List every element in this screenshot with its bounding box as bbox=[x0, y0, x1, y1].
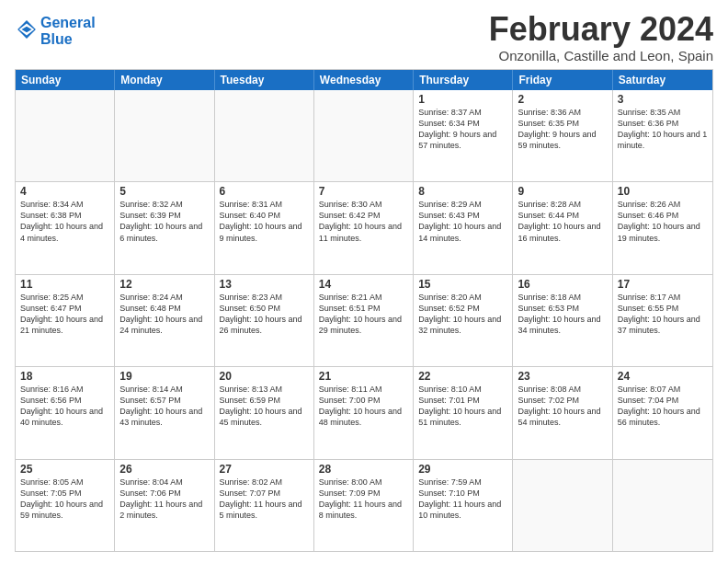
day-number: 2 bbox=[518, 93, 607, 106]
day-number: 19 bbox=[119, 370, 209, 383]
day-info: Sunrise: 8:21 AM Sunset: 6:51 PM Dayligh… bbox=[319, 292, 408, 337]
day-number: 29 bbox=[418, 463, 507, 476]
header-thursday: Thursday bbox=[414, 70, 513, 90]
day-info: Sunrise: 8:20 AM Sunset: 6:52 PM Dayligh… bbox=[418, 292, 507, 337]
calendar: Sunday Monday Tuesday Wednesday Thursday… bbox=[15, 69, 713, 552]
day-number: 22 bbox=[418, 370, 507, 383]
header: General Blue February 2024 Onzonilla, Ca… bbox=[15, 11, 713, 63]
table-row: 19Sunrise: 8:14 AM Sunset: 6:57 PM Dayli… bbox=[115, 367, 214, 458]
day-info: Sunrise: 8:32 AM Sunset: 6:39 PM Dayligh… bbox=[119, 199, 209, 244]
day-number: 16 bbox=[518, 278, 607, 291]
day-info: Sunrise: 8:00 AM Sunset: 7:09 PM Dayligh… bbox=[319, 477, 408, 522]
table-row bbox=[16, 90, 115, 181]
table-row: 11Sunrise: 8:25 AM Sunset: 6:47 PM Dayli… bbox=[16, 275, 115, 366]
table-row bbox=[613, 460, 712, 551]
day-info: Sunrise: 8:28 AM Sunset: 6:44 PM Dayligh… bbox=[518, 199, 607, 244]
day-info: Sunrise: 8:36 AM Sunset: 6:35 PM Dayligh… bbox=[518, 107, 607, 152]
day-info: Sunrise: 8:30 AM Sunset: 6:42 PM Dayligh… bbox=[319, 199, 408, 244]
day-number: 24 bbox=[618, 370, 708, 383]
table-row: 6Sunrise: 8:31 AM Sunset: 6:40 PM Daylig… bbox=[215, 182, 314, 273]
month-title: February 2024 bbox=[489, 11, 713, 48]
logo-icon bbox=[17, 19, 37, 40]
logo: General Blue bbox=[15, 15, 96, 47]
table-row: 18Sunrise: 8:16 AM Sunset: 6:56 PM Dayli… bbox=[16, 367, 115, 458]
table-row: 23Sunrise: 8:08 AM Sunset: 7:02 PM Dayli… bbox=[513, 367, 612, 458]
day-info: Sunrise: 8:10 AM Sunset: 7:01 PM Dayligh… bbox=[418, 384, 507, 429]
week-row-3: 18Sunrise: 8:16 AM Sunset: 6:56 PM Dayli… bbox=[16, 366, 712, 458]
day-number: 3 bbox=[618, 93, 708, 106]
table-row: 1Sunrise: 8:37 AM Sunset: 6:34 PM Daylig… bbox=[414, 90, 513, 181]
day-number: 11 bbox=[20, 278, 109, 291]
day-info: Sunrise: 8:29 AM Sunset: 6:43 PM Dayligh… bbox=[418, 199, 507, 244]
day-number: 13 bbox=[220, 278, 309, 291]
day-number: 20 bbox=[220, 370, 309, 383]
day-number: 10 bbox=[618, 185, 708, 198]
day-number: 17 bbox=[618, 278, 708, 291]
day-number: 8 bbox=[418, 185, 507, 198]
day-info: Sunrise: 8:05 AM Sunset: 7:05 PM Dayligh… bbox=[20, 477, 109, 522]
day-number: 7 bbox=[319, 185, 408, 198]
day-number: 18 bbox=[20, 370, 109, 383]
table-row: 25Sunrise: 8:05 AM Sunset: 7:05 PM Dayli… bbox=[16, 460, 115, 551]
day-info: Sunrise: 8:26 AM Sunset: 6:46 PM Dayligh… bbox=[618, 199, 708, 244]
table-row bbox=[314, 90, 414, 181]
day-info: Sunrise: 8:23 AM Sunset: 6:50 PM Dayligh… bbox=[220, 292, 309, 337]
day-info: Sunrise: 8:34 AM Sunset: 6:38 PM Dayligh… bbox=[20, 199, 109, 244]
day-info: Sunrise: 8:35 AM Sunset: 6:36 PM Dayligh… bbox=[618, 107, 708, 152]
table-row: 3Sunrise: 8:35 AM Sunset: 6:36 PM Daylig… bbox=[613, 90, 712, 181]
day-info: Sunrise: 7:59 AM Sunset: 7:10 PM Dayligh… bbox=[418, 477, 507, 522]
day-number: 27 bbox=[220, 463, 309, 476]
table-row bbox=[513, 460, 612, 551]
table-row: 5Sunrise: 8:32 AM Sunset: 6:39 PM Daylig… bbox=[115, 182, 214, 273]
week-row-0: 1Sunrise: 8:37 AM Sunset: 6:34 PM Daylig… bbox=[16, 90, 712, 181]
day-info: Sunrise: 8:08 AM Sunset: 7:02 PM Dayligh… bbox=[518, 384, 607, 429]
day-info: Sunrise: 8:13 AM Sunset: 6:59 PM Dayligh… bbox=[220, 384, 309, 429]
header-saturday: Saturday bbox=[613, 70, 712, 90]
day-number: 6 bbox=[220, 185, 309, 198]
day-info: Sunrise: 8:31 AM Sunset: 6:40 PM Dayligh… bbox=[220, 199, 309, 244]
table-row: 17Sunrise: 8:17 AM Sunset: 6:55 PM Dayli… bbox=[613, 275, 712, 366]
day-info: Sunrise: 8:18 AM Sunset: 6:53 PM Dayligh… bbox=[518, 292, 607, 337]
day-number: 28 bbox=[319, 463, 408, 476]
header-monday: Monday bbox=[115, 70, 214, 90]
day-info: Sunrise: 8:14 AM Sunset: 6:57 PM Dayligh… bbox=[119, 384, 209, 429]
day-number: 23 bbox=[518, 370, 607, 383]
day-info: Sunrise: 8:04 AM Sunset: 7:06 PM Dayligh… bbox=[119, 477, 209, 522]
table-row: 16Sunrise: 8:18 AM Sunset: 6:53 PM Dayli… bbox=[513, 275, 612, 366]
table-row: 4Sunrise: 8:34 AM Sunset: 6:38 PM Daylig… bbox=[16, 182, 115, 273]
table-row: 20Sunrise: 8:13 AM Sunset: 6:59 PM Dayli… bbox=[215, 367, 314, 458]
table-row: 7Sunrise: 8:30 AM Sunset: 6:42 PM Daylig… bbox=[314, 182, 414, 273]
day-info: Sunrise: 8:37 AM Sunset: 6:34 PM Dayligh… bbox=[418, 107, 507, 152]
week-row-1: 4Sunrise: 8:34 AM Sunset: 6:38 PM Daylig… bbox=[16, 181, 712, 273]
table-row: 24Sunrise: 8:07 AM Sunset: 7:04 PM Dayli… bbox=[613, 367, 712, 458]
title-block: February 2024 Onzonilla, Castille and Le… bbox=[489, 11, 713, 63]
header-tuesday: Tuesday bbox=[215, 70, 314, 90]
day-number: 26 bbox=[119, 463, 209, 476]
day-info: Sunrise: 8:17 AM Sunset: 6:55 PM Dayligh… bbox=[618, 292, 708, 337]
day-info: Sunrise: 8:07 AM Sunset: 7:04 PM Dayligh… bbox=[618, 384, 708, 429]
table-row: 21Sunrise: 8:11 AM Sunset: 7:00 PM Dayli… bbox=[314, 367, 414, 458]
day-number: 1 bbox=[418, 93, 507, 106]
day-number: 12 bbox=[119, 278, 209, 291]
day-number: 4 bbox=[20, 185, 109, 198]
calendar-body: 1Sunrise: 8:37 AM Sunset: 6:34 PM Daylig… bbox=[16, 90, 712, 551]
header-wednesday: Wednesday bbox=[314, 70, 414, 90]
table-row: 22Sunrise: 8:10 AM Sunset: 7:01 PM Dayli… bbox=[414, 367, 513, 458]
table-row: 9Sunrise: 8:28 AM Sunset: 6:44 PM Daylig… bbox=[513, 182, 612, 273]
table-row: 29Sunrise: 7:59 AM Sunset: 7:10 PM Dayli… bbox=[414, 460, 513, 551]
week-row-4: 25Sunrise: 8:05 AM Sunset: 7:05 PM Dayli… bbox=[16, 459, 712, 551]
header-sunday: Sunday bbox=[16, 70, 115, 90]
table-row: 15Sunrise: 8:20 AM Sunset: 6:52 PM Dayli… bbox=[414, 275, 513, 366]
day-info: Sunrise: 8:02 AM Sunset: 7:07 PM Dayligh… bbox=[220, 477, 309, 522]
table-row: 8Sunrise: 8:29 AM Sunset: 6:43 PM Daylig… bbox=[414, 182, 513, 273]
logo-text-blue: Blue bbox=[40, 31, 96, 48]
table-row bbox=[215, 90, 314, 181]
day-number: 15 bbox=[418, 278, 507, 291]
table-row bbox=[115, 90, 214, 181]
day-info: Sunrise: 8:16 AM Sunset: 6:56 PM Dayligh… bbox=[20, 384, 109, 429]
day-number: 25 bbox=[20, 463, 109, 476]
day-number: 9 bbox=[518, 185, 607, 198]
table-row: 12Sunrise: 8:24 AM Sunset: 6:48 PM Dayli… bbox=[115, 275, 214, 366]
table-row: 14Sunrise: 8:21 AM Sunset: 6:51 PM Dayli… bbox=[314, 275, 414, 366]
table-row: 26Sunrise: 8:04 AM Sunset: 7:06 PM Dayli… bbox=[115, 460, 214, 551]
